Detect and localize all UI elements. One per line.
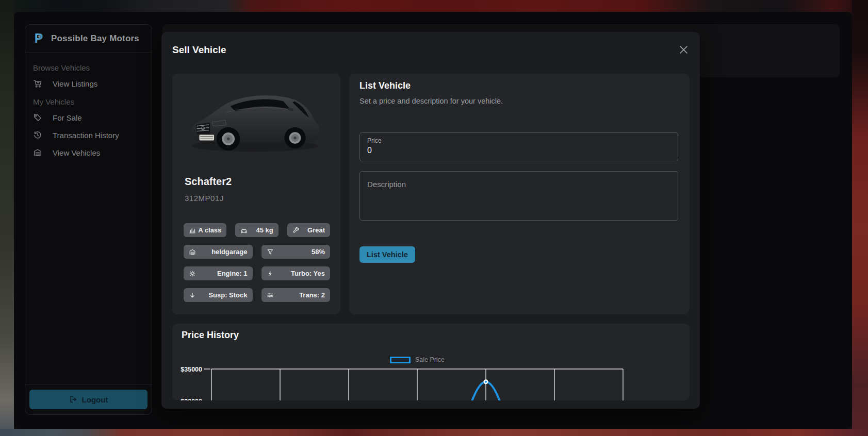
price-history-panel: Price History Sale Price $35000$30000 (172, 324, 690, 400)
close-icon[interactable] (677, 43, 690, 56)
price-input[interactable] (367, 146, 670, 155)
price-field[interactable]: Price (359, 132, 678, 161)
badge-garage: heldgarage (184, 245, 253, 259)
description-field[interactable] (359, 171, 678, 221)
brand-name: Possible Bay Motors (51, 33, 139, 44)
history-icon (33, 130, 42, 140)
sidebar-item-label: View Vehicles (53, 148, 100, 157)
form-heading: List Vehicle (359, 80, 411, 91)
stats-icon (189, 227, 196, 234)
vehicle-image (177, 77, 335, 158)
tag-icon (33, 113, 42, 122)
vehicle-badges: A class 45 kg (184, 223, 330, 302)
brand-logo-icon: P (32, 32, 45, 45)
wrench-icon (292, 227, 300, 234)
svg-text:P: P (35, 32, 43, 45)
price-field-label: Price (367, 137, 670, 144)
car-icon (240, 227, 248, 234)
nav-section-browse-vehicles: Browse Vehicles (33, 63, 144, 72)
sidebar-item-for-sale[interactable]: For Sale (32, 109, 144, 126)
gear-icon (189, 270, 196, 277)
list-vehicle-panel: List Vehicle Set a price and description… (349, 74, 690, 314)
fuel-icon (267, 248, 274, 256)
list-vehicle-button[interactable]: List Vehicle (359, 246, 415, 263)
sliders-icon (267, 292, 274, 299)
form-subheading: Set a price and description for your veh… (359, 97, 503, 105)
vehicle-name: Schafter2 (185, 176, 232, 188)
sidebar-item-transaction-history[interactable]: Transaction History (32, 126, 144, 144)
sidebar-nav: Browse Vehicles View Listings My Vehicle… (25, 53, 152, 161)
modal-title: Sell Vehicle (172, 44, 226, 56)
sell-vehicle-modal: Sell Vehicle (161, 32, 700, 409)
sidebar-footer: Logout (25, 384, 152, 414)
logout-label: Logout (82, 395, 108, 404)
badge-condition: Great (287, 223, 330, 237)
vehicle-plate: 312MP01J (185, 194, 224, 203)
garage-icon (33, 148, 42, 157)
badge-transmission: Trans: 2 (261, 288, 331, 302)
game-background-top (0, 0, 868, 13)
nav-section-my-vehicles: My Vehicles (33, 97, 144, 106)
bolt-icon (267, 270, 274, 277)
logout-button[interactable]: Logout (29, 390, 148, 409)
arrow-down-icon (189, 292, 196, 299)
badge-turbo: Turbo: Yes (261, 266, 331, 280)
app-overlay: P Possible Bay Motors Browse Vehicles Vi… (14, 12, 852, 429)
sidebar-item-label: Transaction History (53, 131, 119, 140)
badge-class: A class (184, 223, 226, 237)
sidebar-item-label: For Sale (53, 113, 82, 122)
game-background-bottom (0, 429, 868, 436)
sidebar-item-label: View Listings (53, 79, 97, 88)
badge-weight: 45 kg (235, 223, 278, 237)
svg-text:$35000: $35000 (181, 366, 202, 373)
sidebar-item-view-listings[interactable]: View Listings (32, 75, 144, 92)
game-background-left (0, 0, 14, 436)
cart-icon (33, 79, 42, 88)
game-background-right (852, 0, 868, 436)
svg-text:$30000: $30000 (181, 398, 202, 401)
price-history-chart: $35000$30000 (172, 324, 690, 400)
garage-icon (189, 248, 196, 256)
brand: P Possible Bay Motors (25, 25, 152, 53)
badge-engine: Engine: 1 (184, 266, 253, 280)
sidebar-item-view-vehicles[interactable]: View Vehicles (32, 144, 144, 161)
logout-icon (69, 395, 77, 404)
badge-suspension: Susp: Stock (184, 288, 253, 302)
sidebar: P Possible Bay Motors Browse Vehicles Vi… (25, 24, 152, 415)
description-input[interactable] (360, 172, 678, 220)
badge-fuel: 58% (261, 245, 331, 259)
vehicle-card: Schafter2 312MP01J A class (172, 74, 340, 314)
